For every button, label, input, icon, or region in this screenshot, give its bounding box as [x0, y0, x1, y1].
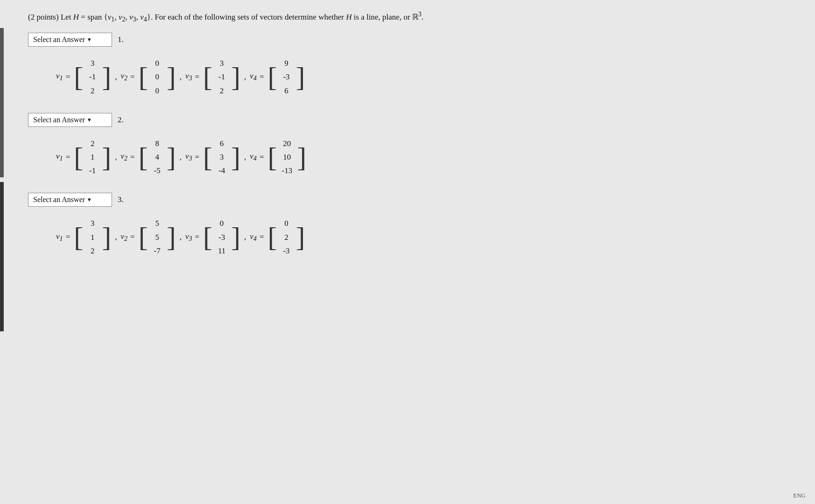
chevron-down-icon-3: ▾: [88, 196, 91, 203]
q3-v4-bracket-left: [268, 223, 277, 251]
question-1-number: 1.: [118, 35, 124, 44]
q1-v2-bracket-right: [167, 63, 176, 91]
question-2-vectors: v1 = 2 1 -1 , v2 = 8 4 -5: [56, 135, 787, 179]
q2-v4-label: v4: [250, 152, 257, 162]
q2-v3-label: v3: [185, 152, 192, 162]
q2-v1-label: v1: [56, 152, 63, 162]
q1-v1-matrix: 3 -1 2: [74, 55, 111, 99]
question-3-dropdown[interactable]: Select an Answer ▾: [28, 193, 112, 207]
question-2-dropdown[interactable]: Select an Answer ▾: [28, 113, 112, 127]
q3-v2-bracket-right: [167, 223, 176, 251]
q1-v4-values: 9 -3 6: [277, 55, 296, 99]
q3-v2-comma: ,: [180, 232, 182, 242]
q2-v3-matrix: 6 3 -4: [203, 135, 240, 179]
q2-v2-label: v2: [120, 152, 127, 162]
q3-v1-bracket-left: [74, 223, 83, 251]
q3-v3-bracket-left: [203, 223, 212, 251]
q1-v4-equals: =: [260, 72, 264, 82]
q3-v1-equals: =: [66, 232, 70, 242]
q1-v1-bracket-right: [102, 63, 111, 91]
q3-v1-matrix: 3 1 2: [74, 215, 111, 259]
q2-v3-bracket-left: [203, 143, 212, 171]
q2-v4-matrix: 20 10 -13: [268, 135, 307, 179]
q3-v3-values: 0 -3 11: [212, 215, 231, 259]
q1-v1-bracket-left: [74, 63, 83, 91]
problem-header: (2 points) Let H = span {v1, v2, v3, v4}…: [28, 9, 787, 24]
q1-v4-matrix: 9 -3 6: [268, 55, 305, 99]
q1-v3-bracket-left: [203, 63, 212, 91]
q1-v3-equals: =: [195, 72, 200, 82]
q3-v2-bracket-left: [139, 223, 148, 251]
accent-bar-2: [0, 182, 4, 331]
q1-v3-comma: ,: [244, 72, 246, 82]
question-2-select-label: Select an Answer: [33, 116, 85, 124]
q1-v2-equals: =: [130, 72, 135, 82]
q1-v3-matrix: 3 -1 2: [203, 55, 240, 99]
question-1-select-label: Select an Answer: [33, 35, 85, 44]
q2-v4-values: 20 10 -13: [277, 135, 297, 179]
q3-v2-matrix: 5 5 -7: [139, 215, 176, 259]
question-1-dropdown[interactable]: Select an Answer ▾: [28, 33, 112, 47]
q1-v2-bracket-left: [139, 63, 148, 91]
q2-v1-values: 2 1 -1: [83, 135, 102, 179]
question-2-block: Select an Answer ▾ 2. v1 = 2 1 -1 , v2 =: [28, 113, 787, 179]
q2-v2-bracket-left: [139, 143, 148, 171]
q2-v2-equals: =: [130, 153, 135, 162]
q1-v3-bracket-right: [231, 63, 240, 91]
q1-v4-bracket-right: [296, 63, 305, 91]
q1-v1-values: 3 -1 2: [83, 55, 102, 99]
q1-v1-equals: =: [66, 72, 70, 82]
q2-v1-equals: =: [66, 153, 70, 162]
q2-v3-comma: ,: [244, 153, 246, 162]
q2-v3-equals: =: [195, 153, 200, 162]
question-3-select-row: Select an Answer ▾ 3.: [28, 193, 787, 207]
main-page: (2 points) Let H = span {v1, v2, v3, v4}…: [0, 0, 815, 504]
q3-v3-bracket-right: [231, 223, 240, 251]
q1-v4-bracket-left: [268, 63, 277, 91]
bottom-label: ENG: [793, 492, 806, 499]
q3-v3-matrix: 0 -3 11: [203, 215, 240, 259]
q3-v3-label: v3: [185, 232, 192, 243]
q1-v1-comma: ,: [115, 72, 117, 82]
question-1-vectors: v1 = 3 -1 2 , v2 = 0 0 0: [56, 55, 787, 99]
question-3-number: 3.: [118, 195, 124, 204]
question-3-vectors: v1 = 3 1 2 , v2 = 5 5 -7: [56, 215, 787, 259]
q2-v1-bracket-left: [74, 143, 83, 171]
q2-v4-bracket-right: [297, 143, 306, 171]
q1-v2-comma: ,: [180, 72, 182, 82]
q2-v4-equals: =: [260, 153, 264, 162]
question-3-select-label: Select an Answer: [33, 196, 85, 204]
q3-v1-label: v1: [56, 232, 63, 243]
q3-v1-bracket-right: [102, 223, 111, 251]
q1-v4-label: v4: [250, 71, 257, 82]
q3-v2-label: v2: [120, 232, 127, 243]
q2-v3-bracket-right: [231, 143, 240, 171]
chevron-down-icon: ▾: [88, 36, 91, 43]
q3-v1-comma: ,: [115, 232, 117, 242]
q1-v2-label: v2: [120, 71, 127, 82]
q2-v4-bracket-left: [268, 143, 277, 171]
accent-bar-1: [0, 28, 4, 177]
q3-v4-matrix: 0 2 -3: [268, 215, 305, 259]
q2-v3-values: 6 3 -4: [212, 135, 231, 179]
q3-v4-equals: =: [260, 232, 264, 242]
q3-v1-values: 3 1 2: [83, 215, 102, 259]
q2-v2-matrix: 8 4 -5: [139, 135, 176, 179]
question-2-select-row: Select an Answer ▾ 2.: [28, 113, 787, 127]
q2-v1-comma: ,: [115, 153, 117, 162]
q3-v3-equals: =: [195, 232, 200, 242]
chevron-down-icon-2: ▾: [88, 116, 91, 124]
question-1-block: Select an Answer ▾ 1. v1 = 3 -1 2 , v2 =: [28, 33, 787, 99]
q3-v4-bracket-right: [296, 223, 305, 251]
q1-v2-matrix: 0 0 0: [139, 55, 176, 99]
q3-v4-values: 0 2 -3: [277, 215, 296, 259]
q1-v3-values: 3 -1 2: [212, 55, 231, 99]
q3-v2-equals: =: [130, 232, 135, 242]
question-2-number: 2.: [118, 115, 124, 125]
q2-v2-values: 8 4 -5: [148, 135, 167, 179]
q3-v2-values: 5 5 -7: [148, 215, 167, 259]
q3-v4-label: v4: [250, 232, 257, 243]
q2-v1-matrix: 2 1 -1: [74, 135, 111, 179]
q2-v2-comma: ,: [180, 153, 182, 162]
q2-v2-bracket-right: [167, 143, 176, 171]
